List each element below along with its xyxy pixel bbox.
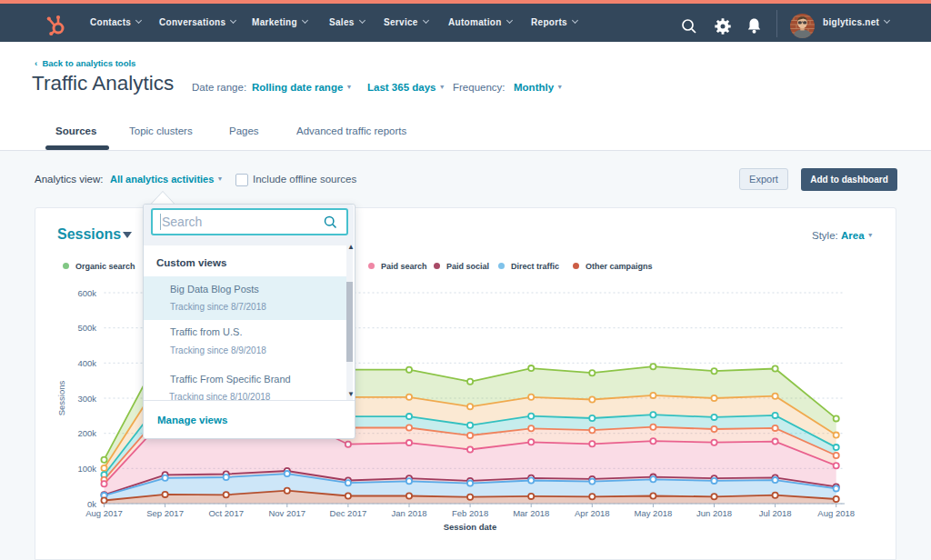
svg-text:300k: 300k (77, 394, 96, 404)
svg-text:Nov 2017: Nov 2017 (268, 508, 305, 518)
svg-text:200k: 200k (77, 428, 96, 438)
svg-text:Jun 2018: Jun 2018 (696, 508, 732, 518)
svg-text:Sessions: Sessions (56, 380, 66, 415)
svg-text:Mar 2018: Mar 2018 (513, 508, 549, 518)
svg-text:Dec 2017: Dec 2017 (330, 508, 367, 518)
svg-text:Apr 2018: Apr 2018 (575, 508, 610, 518)
svg-text:Aug 2017: Aug 2017 (85, 508, 123, 518)
svg-text:500k: 500k (77, 323, 96, 333)
svg-text:May 2018: May 2018 (635, 508, 673, 518)
svg-text:Sep 2017: Sep 2017 (146, 508, 184, 518)
svg-text:400k: 400k (77, 358, 96, 368)
svg-text:Oct 2017: Oct 2017 (208, 508, 244, 518)
svg-text:Jul 2018: Jul 2018 (759, 508, 792, 518)
svg-text:Jan 2018: Jan 2018 (391, 508, 426, 518)
svg-text:Feb 2018: Feb 2018 (452, 508, 488, 518)
svg-text:600k: 600k (77, 288, 96, 298)
svg-text:Session date: Session date (444, 522, 497, 532)
svg-text:100k: 100k (77, 464, 96, 474)
svg-text:Aug 2018: Aug 2018 (817, 508, 855, 518)
